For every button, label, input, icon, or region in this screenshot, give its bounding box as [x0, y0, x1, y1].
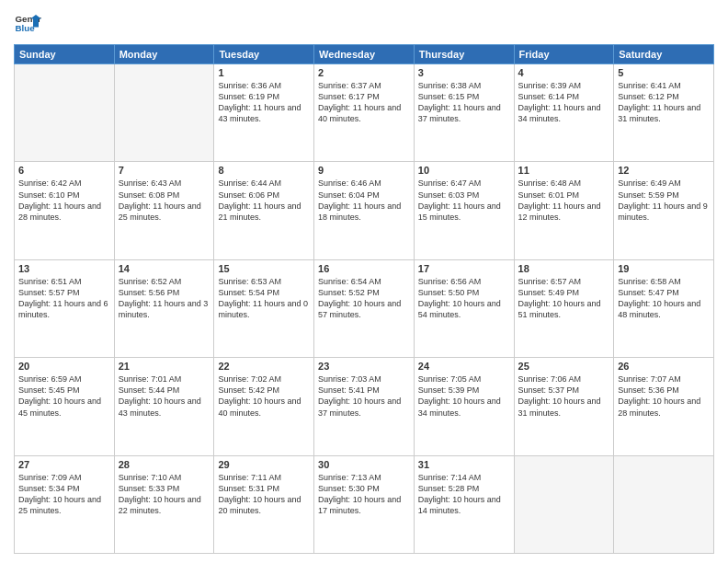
day-number: 19 — [618, 263, 710, 274]
calendar-cell — [614, 455, 714, 553]
weekday-header-wednesday: Wednesday — [314, 45, 415, 64]
svg-text:Blue: Blue — [16, 23, 36, 33]
day-number: 30 — [318, 459, 410, 470]
day-number: 3 — [418, 67, 510, 78]
day-number: 24 — [418, 361, 510, 372]
day-number: 22 — [218, 361, 310, 372]
day-number: 11 — [518, 165, 610, 176]
day-number: 15 — [218, 263, 310, 274]
week-row-3: 20Sunrise: 6:59 AM Sunset: 5:45 PM Dayli… — [15, 358, 714, 455]
weekday-header-friday: Friday — [514, 45, 614, 64]
calendar-cell: 18Sunrise: 6:57 AM Sunset: 5:49 PM Dayli… — [514, 259, 614, 357]
calendar-cell: 25Sunrise: 7:06 AM Sunset: 5:37 PM Dayli… — [514, 358, 614, 455]
day-info: Sunrise: 6:46 AM Sunset: 6:04 PM Dayligh… — [318, 178, 410, 223]
day-number: 5 — [618, 67, 710, 78]
calendar-cell: 31Sunrise: 7:14 AM Sunset: 5:28 PM Dayli… — [414, 455, 514, 553]
day-number: 26 — [618, 361, 710, 372]
calendar-cell — [114, 64, 214, 162]
day-info: Sunrise: 6:43 AM Sunset: 6:08 PM Dayligh… — [119, 178, 210, 223]
day-number: 6 — [18, 165, 110, 176]
calendar-cell: 10Sunrise: 6:47 AM Sunset: 6:03 PM Dayli… — [414, 162, 514, 259]
day-info: Sunrise: 6:57 AM Sunset: 5:49 PM Dayligh… — [518, 276, 610, 321]
day-number: 2 — [318, 67, 410, 78]
day-number: 27 — [18, 459, 110, 470]
calendar-cell: 4Sunrise: 6:39 AM Sunset: 6:14 PM Daylig… — [514, 64, 614, 162]
day-info: Sunrise: 6:44 AM Sunset: 6:06 PM Dayligh… — [218, 178, 310, 223]
day-info: Sunrise: 7:11 AM Sunset: 5:31 PM Dayligh… — [218, 472, 310, 517]
day-number: 1 — [218, 67, 310, 78]
day-info: Sunrise: 7:09 AM Sunset: 5:34 PM Dayligh… — [18, 472, 110, 517]
day-number: 18 — [518, 263, 610, 274]
day-number: 9 — [318, 165, 410, 176]
day-number: 16 — [318, 263, 410, 274]
weekday-header-tuesday: Tuesday — [214, 45, 314, 64]
day-info: Sunrise: 7:13 AM Sunset: 5:30 PM Dayligh… — [318, 472, 410, 517]
day-info: Sunrise: 6:37 AM Sunset: 6:17 PM Dayligh… — [318, 80, 410, 125]
day-info: Sunrise: 6:53 AM Sunset: 5:54 PM Dayligh… — [218, 276, 310, 321]
calendar-cell: 9Sunrise: 6:46 AM Sunset: 6:04 PM Daylig… — [314, 162, 415, 259]
day-info: Sunrise: 7:06 AM Sunset: 5:37 PM Dayligh… — [518, 373, 610, 419]
day-number: 31 — [418, 459, 510, 470]
week-row-4: 27Sunrise: 7:09 AM Sunset: 5:34 PM Dayli… — [15, 455, 714, 553]
day-info: Sunrise: 7:01 AM Sunset: 5:44 PM Dayligh… — [119, 373, 210, 419]
calendar-cell: 15Sunrise: 6:53 AM Sunset: 5:54 PM Dayli… — [214, 259, 314, 357]
weekday-header-sunday: Sunday — [15, 45, 115, 64]
day-info: Sunrise: 6:58 AM Sunset: 5:47 PM Dayligh… — [618, 276, 710, 321]
page: General Blue SundayMondayTuesdayWednesda… — [0, 0, 728, 563]
day-info: Sunrise: 7:07 AM Sunset: 5:36 PM Dayligh… — [618, 373, 710, 419]
day-number: 12 — [618, 165, 710, 176]
logo: General Blue — [14, 9, 41, 37]
day-number: 8 — [218, 165, 310, 176]
calendar-cell: 2Sunrise: 6:37 AM Sunset: 6:17 PM Daylig… — [314, 64, 415, 162]
day-info: Sunrise: 6:49 AM Sunset: 5:59 PM Dayligh… — [618, 178, 710, 223]
day-info: Sunrise: 6:52 AM Sunset: 5:56 PM Dayligh… — [119, 276, 210, 321]
day-number: 23 — [318, 361, 410, 372]
logo-icon: General Blue — [14, 9, 41, 37]
calendar-cell: 28Sunrise: 7:10 AM Sunset: 5:33 PM Dayli… — [114, 455, 214, 553]
calendar-cell: 14Sunrise: 6:52 AM Sunset: 5:56 PM Dayli… — [114, 259, 214, 357]
day-info: Sunrise: 7:14 AM Sunset: 5:28 PM Dayligh… — [418, 472, 510, 517]
day-info: Sunrise: 7:05 AM Sunset: 5:39 PM Dayligh… — [418, 373, 510, 419]
calendar-cell: 7Sunrise: 6:43 AM Sunset: 6:08 PM Daylig… — [114, 162, 214, 259]
day-info: Sunrise: 6:42 AM Sunset: 6:10 PM Dayligh… — [18, 178, 110, 223]
day-info: Sunrise: 6:51 AM Sunset: 5:57 PM Dayligh… — [18, 276, 110, 321]
day-number: 7 — [119, 165, 210, 176]
day-info: Sunrise: 7:03 AM Sunset: 5:41 PM Dayligh… — [318, 373, 410, 419]
day-number: 10 — [418, 165, 510, 176]
day-number: 28 — [119, 459, 210, 470]
day-info: Sunrise: 6:56 AM Sunset: 5:50 PM Dayligh… — [418, 276, 510, 321]
weekday-header-saturday: Saturday — [614, 45, 714, 64]
calendar-table: SundayMondayTuesdayWednesdayThursdayFrid… — [14, 44, 714, 554]
weekday-header-row: SundayMondayTuesdayWednesdayThursdayFrid… — [15, 45, 714, 64]
calendar-cell — [15, 64, 115, 162]
weekday-header-monday: Monday — [114, 45, 214, 64]
day-number: 13 — [18, 263, 110, 274]
calendar-cell: 21Sunrise: 7:01 AM Sunset: 5:44 PM Dayli… — [114, 358, 214, 455]
calendar-cell: 30Sunrise: 7:13 AM Sunset: 5:30 PM Dayli… — [314, 455, 415, 553]
calendar-cell: 26Sunrise: 7:07 AM Sunset: 5:36 PM Dayli… — [614, 358, 714, 455]
calendar-cell: 8Sunrise: 6:44 AM Sunset: 6:06 PM Daylig… — [214, 162, 314, 259]
calendar-cell: 27Sunrise: 7:09 AM Sunset: 5:34 PM Dayli… — [15, 455, 115, 553]
day-number: 25 — [518, 361, 610, 372]
day-info: Sunrise: 7:10 AM Sunset: 5:33 PM Dayligh… — [119, 472, 210, 517]
calendar-cell: 13Sunrise: 6:51 AM Sunset: 5:57 PM Dayli… — [15, 259, 115, 357]
day-info: Sunrise: 6:47 AM Sunset: 6:03 PM Dayligh… — [418, 178, 510, 223]
day-info: Sunrise: 6:59 AM Sunset: 5:45 PM Dayligh… — [18, 373, 110, 419]
calendar-cell: 1Sunrise: 6:36 AM Sunset: 6:19 PM Daylig… — [214, 64, 314, 162]
calendar-cell: 22Sunrise: 7:02 AM Sunset: 5:42 PM Dayli… — [214, 358, 314, 455]
calendar-cell — [514, 455, 614, 553]
calendar-cell: 20Sunrise: 6:59 AM Sunset: 5:45 PM Dayli… — [15, 358, 115, 455]
week-row-0: 1Sunrise: 6:36 AM Sunset: 6:19 PM Daylig… — [15, 64, 714, 162]
day-info: Sunrise: 6:41 AM Sunset: 6:12 PM Dayligh… — [618, 80, 710, 125]
day-number: 4 — [518, 67, 610, 78]
day-info: Sunrise: 6:54 AM Sunset: 5:52 PM Dayligh… — [318, 276, 410, 321]
day-number: 21 — [119, 361, 210, 372]
week-row-1: 6Sunrise: 6:42 AM Sunset: 6:10 PM Daylig… — [15, 162, 714, 259]
day-number: 29 — [218, 459, 310, 470]
day-info: Sunrise: 6:48 AM Sunset: 6:01 PM Dayligh… — [518, 178, 610, 223]
weekday-header-thursday: Thursday — [414, 45, 514, 64]
day-info: Sunrise: 7:02 AM Sunset: 5:42 PM Dayligh… — [218, 373, 310, 419]
calendar-cell: 16Sunrise: 6:54 AM Sunset: 5:52 PM Dayli… — [314, 259, 415, 357]
day-number: 14 — [119, 263, 210, 274]
day-info: Sunrise: 6:38 AM Sunset: 6:15 PM Dayligh… — [418, 80, 510, 125]
